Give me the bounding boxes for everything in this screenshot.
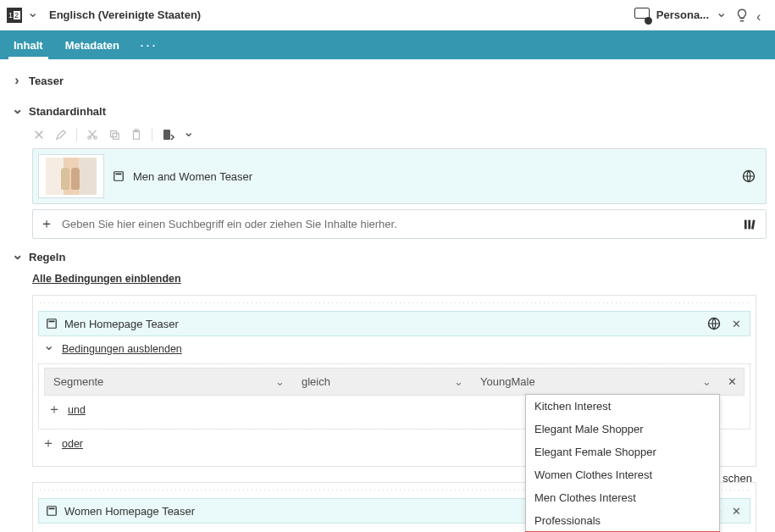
chevron-down-icon[interactable] (43, 343, 55, 355)
library-icon[interactable] (744, 218, 759, 231)
svg-rect-10 (745, 219, 747, 229)
workspace-icon[interactable]: 12 (7, 8, 22, 23)
close-icon[interactable]: ✕ (729, 505, 743, 518)
content-toolbar (8, 126, 767, 148)
content-type-icon (113, 170, 125, 182)
rule-header[interactable]: Men Homepage Teaser ✕ (38, 311, 750, 336)
segment-dropdown[interactable]: Kitchen InterestElegant Male ShopperEleg… (525, 394, 720, 532)
chevron-down-icon[interactable] (183, 129, 195, 141)
remove-condition-icon[interactable]: ✕ (720, 375, 744, 388)
create-icon[interactable] (161, 128, 174, 141)
dropdown-option[interactable]: Professionals (526, 509, 719, 532)
svg-rect-11 (748, 219, 750, 229)
hide-conditions-link[interactable]: Bedingungen ausblenden (62, 343, 182, 355)
separator (152, 128, 152, 141)
tab-strip: Inhalt Metadaten ··· (0, 30, 775, 59)
chevron-down-icon[interactable] (12, 251, 22, 263)
close-icon[interactable]: ✕ (729, 318, 743, 330)
rule-toggle-row[interactable]: Bedingungen ausblenden (38, 336, 750, 358)
chevron-down-icon[interactable] (27, 9, 39, 21)
chevron-down-icon[interactable] (716, 9, 728, 21)
dropdown-option[interactable]: Elegant Female Shopper (526, 441, 719, 463)
drag-handle[interactable] (38, 301, 750, 306)
dropdown-option[interactable]: Men Clothes Interest (526, 486, 719, 509)
or-label: oder (62, 438, 83, 450)
globe-icon[interactable] (707, 317, 721, 330)
language-label[interactable]: Englisch (Vereinigte Staaten) (49, 8, 201, 21)
hint-bulb-icon[interactable] (734, 8, 750, 23)
globe-icon[interactable] (742, 169, 756, 183)
section-title: Regeln (29, 251, 65, 263)
select-value: Segmente (53, 375, 103, 388)
svg-rect-17 (49, 508, 55, 510)
dropdown-option[interactable]: Elegant Male Shopper (526, 418, 719, 441)
content-type-icon (46, 318, 58, 330)
content-thumbnail (38, 154, 104, 198)
section-teaser[interactable]: Teaser (8, 64, 767, 97)
plus-icon: ＋ (47, 401, 61, 418)
copy-icon[interactable] (108, 128, 121, 141)
content-type-icon (46, 505, 58, 517)
rule-block: Men Homepage Teaser ✕ Bedingungen ausble… (32, 295, 756, 467)
select-value: YoungMale (480, 375, 535, 388)
section-rules[interactable]: Regeln (8, 242, 767, 272)
condition-value-select[interactable]: YoungMale (472, 369, 720, 395)
content-item-card[interactable]: Men and Women Teaser (32, 148, 767, 204)
svg-rect-14 (49, 321, 55, 323)
top-bar: 12 Englisch (Vereinigte Staaten) Persona… (0, 0, 775, 30)
paste-icon[interactable] (130, 128, 143, 141)
show-all-conditions-link[interactable]: Alle Bedingungen einblenden (32, 273, 181, 285)
select-value: gleich (302, 375, 330, 388)
svg-rect-3 (113, 133, 119, 139)
chevron-down-icon (702, 375, 711, 388)
and-label: und (68, 404, 86, 416)
section-title: Teaser (29, 75, 64, 87)
chevron-left-icon[interactable]: ‹ (756, 9, 768, 21)
rule-title: Women Homepage Teaser (64, 505, 195, 518)
remove-icon[interactable] (32, 128, 46, 141)
edit-icon[interactable] (54, 128, 68, 141)
separator (76, 128, 77, 141)
chevron-down-icon (454, 375, 463, 388)
dropdown-option[interactable]: Women Clothes Interest (526, 463, 719, 486)
content-drop-target[interactable]: ＋ Geben Sie hier einen Suchbegriff ein o… (32, 209, 767, 239)
svg-rect-6 (163, 130, 170, 140)
tab-inhalt[interactable]: Inhalt (3, 30, 53, 59)
tab-metadaten[interactable]: Metadaten (55, 30, 130, 59)
svg-rect-12 (751, 219, 756, 229)
plus-icon: ＋ (42, 435, 55, 452)
cut-icon[interactable] (86, 128, 99, 141)
condition-field-select[interactable]: Segmente (45, 369, 293, 395)
svg-rect-8 (116, 174, 122, 175)
section-title: Standardinhalt (29, 105, 106, 118)
dropdown-option[interactable]: Kitchen Interest (526, 395, 719, 418)
persona-icon[interactable] (634, 8, 650, 23)
svg-rect-16 (47, 507, 57, 516)
tab-overflow[interactable]: ··· (131, 30, 166, 59)
rule-title: Men Homepage Teaser (64, 318, 179, 330)
persona-label[interactable]: Persona... (656, 8, 709, 21)
section-standardinhalt[interactable]: Standardinhalt (8, 97, 767, 126)
conditions-container: Segmente gleich YoungMale ✕ Kitchen Inte… (38, 363, 750, 429)
content-item-title: Men and Women Teaser (133, 170, 252, 183)
chevron-down-icon[interactable] (12, 105, 22, 118)
chevron-down-icon (275, 375, 285, 388)
chevron-right-icon[interactable] (12, 73, 22, 88)
svg-rect-13 (47, 319, 57, 329)
svg-rect-7 (114, 172, 124, 181)
plus-icon[interactable]: ＋ (40, 215, 53, 233)
condition-row: Segmente gleich YoungMale ✕ Kitchen Inte… (44, 368, 745, 396)
svg-rect-2 (111, 131, 117, 137)
drop-placeholder: Geben Sie hier einen Suchbegriff ein ode… (62, 218, 397, 230)
condition-operator-select[interactable]: gleich (293, 369, 472, 395)
